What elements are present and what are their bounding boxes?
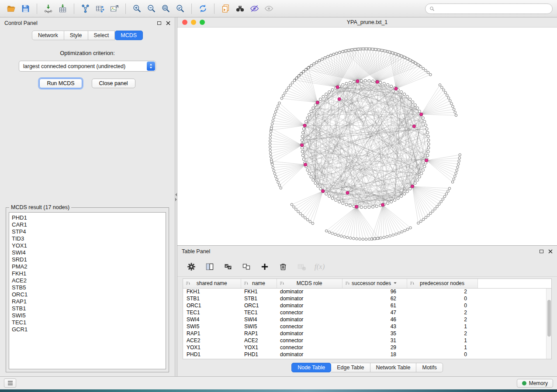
zoom-fit-icon[interactable] [159,2,173,15]
zoom-selected-icon[interactable] [173,2,187,15]
maximize-window-icon[interactable] [200,20,205,25]
refresh-layout-icon[interactable] [196,2,210,15]
open-file-icon[interactable] [4,2,18,15]
cell-predecessor-nodes: 0 [407,351,477,358]
function-builder-icon: f(x) [314,261,325,273]
table-row[interactable]: RAP1RAP1dominator352 [183,330,551,337]
zoom-out-icon[interactable] [145,2,158,15]
import-network-icon[interactable] [42,2,55,15]
mcds-result-node: SRD1 [12,256,166,263]
table-row[interactable]: PHD1PHD1dominator180 [183,351,551,358]
float-table-panel-icon[interactable] [540,250,543,253]
column-header-shared-name[interactable]: shared name [183,279,241,288]
table-row[interactable]: STB1STB1dominator620 [183,295,551,302]
cell-predecessor-nodes: 2 [407,330,477,337]
network-title: YPA_prune.txt_1 [347,19,388,25]
mcds-buttons: Run MCDS Close panel [39,79,135,88]
column-header-name[interactable]: name [241,279,277,288]
sort-icon [279,281,285,286]
tab-select[interactable]: Select [88,31,115,40]
show-all-icon [262,2,276,15]
copy-network-icon[interactable] [219,2,232,15]
table-panel-header: Table Panel [177,246,557,257]
collapse-left-icon[interactable] [175,193,177,196]
task-history-button[interactable] [4,378,16,388]
cell-successor-nodes: 62 [342,295,407,302]
criterion-dropdown[interactable]: largest connected component (undirected) [19,61,156,72]
cell-shared-name: PHD1 [183,351,241,358]
settings-gear-icon[interactable] [185,261,197,273]
table-panel: Table Panel f(x) shared namenameMCDS rol… [177,246,557,376]
delete-column-icon[interactable] [277,261,289,273]
toolbar-icons [4,2,425,15]
cell-mcds-role: connector [277,323,342,330]
tab-mcds[interactable]: MCDS [115,31,143,40]
column-header-successor-nodes[interactable]: successor nodes [342,279,407,288]
toolbar-separator [214,3,214,14]
tab-edge-table[interactable]: Edge Table [331,363,370,372]
mcds-result-node: RAP1 [12,298,166,305]
tab-network[interactable]: Network [32,31,64,40]
minimize-window-icon[interactable] [191,20,196,25]
table-row[interactable]: SWI5SWI5connector431 [183,323,551,330]
deselect-all-icon[interactable] [240,261,252,273]
optimization-criterion-label: Optimization criterion: [60,50,115,56]
mcds-result-node: FKH1 [12,270,166,277]
import-table-icon[interactable] [56,2,69,15]
search-box[interactable] [425,3,553,14]
hide-selected-icon[interactable] [248,2,261,15]
zoom-in-icon[interactable] [130,2,144,15]
collapse-right-icon[interactable] [175,198,177,201]
table-row[interactable]: SWI4SWI4dominator462 [183,316,551,323]
tab-node-table[interactable]: Node Table [291,363,331,372]
mcds-result-node: TID3 [12,235,166,242]
network-table-icon[interactable] [93,2,107,15]
tab-network-table[interactable]: Network Table [370,363,417,372]
close-table-panel-icon[interactable] [548,249,553,254]
export-image-icon[interactable] [107,2,121,15]
cell-mcds-role: dominator [277,295,342,302]
table-scrollbar[interactable] [546,289,551,359]
control-panel: Control Panel NetworkStyleSelectMCDS Opt… [0,17,175,376]
cell-shared-name: SWI5 [183,323,241,330]
mcds-panel: Optimization criterion: largest connecte… [0,40,175,376]
cell-successor-nodes: 43 [342,323,407,330]
control-panel-tabs: NetworkStyleSelectMCDS [0,31,175,40]
cell-mcds-role: dominator [277,302,342,309]
column-header-mcds-role[interactable]: MCDS role [277,279,342,288]
mcds-result-list[interactable]: PHD1CAR1STP4TID3YOX1SWI4SRD1PMA2FKH1ACE2… [9,212,166,369]
tab-style[interactable]: Style [64,31,88,40]
new-network-icon[interactable] [79,2,92,15]
close-window-icon[interactable] [182,20,187,25]
memory-button[interactable]: Memory [517,379,553,388]
cell-predecessor-nodes: 0 [407,295,477,302]
column-visibility-icon[interactable] [204,261,215,273]
table-row[interactable]: ORC1ORC1dominator610 [183,302,551,309]
scrollbar-thumb[interactable] [547,300,551,337]
close-panel-icon[interactable] [166,21,170,25]
network-titlebar[interactable]: YPA_prune.txt_1 [177,17,557,28]
network-canvas[interactable] [177,28,557,245]
mcds-result-node: TEC1 [12,319,166,326]
cell-predecessor-nodes: 1 [407,323,477,330]
table-row[interactable]: FKH1FKH1dominator962 [183,288,551,295]
node-table-region: shared namenameMCDS rolesuccessor nodesp… [183,279,552,359]
run-mcds-button[interactable]: Run MCDS [39,79,82,88]
cell-mcds-role: connector [277,337,342,344]
tab-motifs[interactable]: Motifs [416,363,443,372]
select-all-icon[interactable] [222,261,234,273]
table-row[interactable]: ACE2ACE2connector311 [183,337,551,344]
cell-mcds-role: dominator [277,288,342,295]
table-row[interactable]: YOX1YOX1connector291 [183,344,551,351]
main-area: Control Panel NetworkStyleSelectMCDS Opt… [0,17,557,376]
search-input[interactable] [437,6,548,12]
find-icon[interactable] [233,2,247,15]
cell-shared-name: TEC1 [183,309,241,316]
table-toolbar: f(x) [177,257,557,277]
close-panel-button[interactable]: Close panel [92,79,135,88]
new-column-icon[interactable] [259,261,270,273]
column-header-predecessor-nodes[interactable]: predecessor nodes [407,279,477,288]
save-session-icon[interactable] [19,2,32,15]
float-panel-icon[interactable] [157,21,161,25]
table-row[interactable]: TEC1TEC1connector472 [183,309,551,316]
